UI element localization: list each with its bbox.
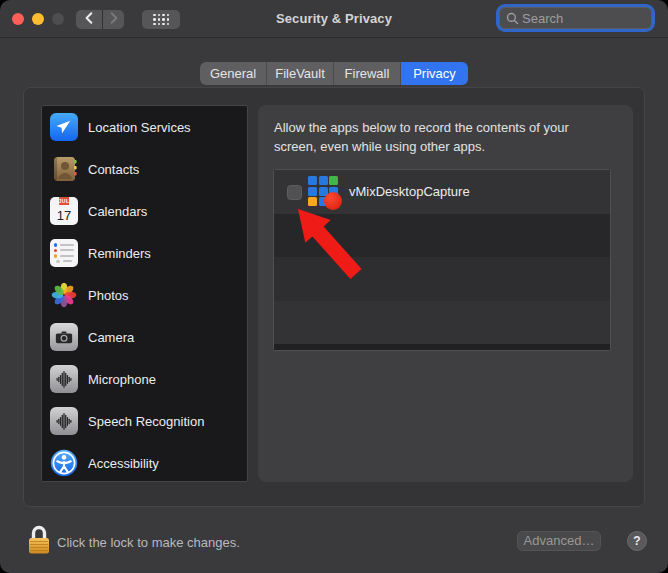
tab-firewall[interactable]: Firewall bbox=[334, 62, 401, 85]
tab-bar: General FileVault Firewall Privacy bbox=[200, 62, 468, 85]
photos-icon bbox=[50, 281, 78, 309]
sidebar-item-label: Calendars bbox=[88, 204, 147, 219]
speech-recognition-icon bbox=[50, 407, 78, 435]
app-name: vMixDesktopCapture bbox=[349, 170, 470, 214]
app-row[interactable]: vMixDesktopCapture bbox=[274, 170, 610, 214]
help-button[interactable]: ? bbox=[627, 531, 647, 551]
sidebar-item-calendars[interactable]: JUL 17 Calendars bbox=[42, 190, 247, 232]
lock-button[interactable] bbox=[26, 522, 52, 558]
sidebar-item-microphone[interactable]: Microphone bbox=[42, 358, 247, 400]
sidebar-item-photos[interactable]: Photos bbox=[42, 274, 247, 316]
calendar-day: 17 bbox=[57, 205, 71, 225]
sidebar-item-contacts[interactable]: Contacts bbox=[42, 148, 247, 190]
sidebar-item-accessibility[interactable]: Accessibility bbox=[42, 442, 247, 482]
search-field[interactable] bbox=[499, 7, 652, 29]
screen-recording-pane: Allow the apps below to record the conte… bbox=[258, 105, 633, 482]
sidebar-item-label: Photos bbox=[88, 288, 128, 303]
pane-description-line1: Allow the apps below to record the conte… bbox=[274, 118, 569, 137]
sidebar-item-camera[interactable]: Camera bbox=[42, 316, 247, 358]
vmix-app-icon bbox=[307, 175, 340, 208]
app-row-empty bbox=[274, 301, 610, 345]
contacts-icon bbox=[50, 155, 78, 183]
tab-privacy[interactable]: Privacy bbox=[401, 62, 468, 85]
sidebar-item-speech-recognition[interactable]: Speech Recognition bbox=[42, 400, 247, 442]
pane-description: Allow the apps below to record the conte… bbox=[274, 118, 569, 156]
security-privacy-window: Security & Privacy General FileVault Fir… bbox=[0, 0, 668, 573]
app-list-remainder bbox=[274, 344, 610, 351]
lock-hint-text: Click the lock to make changes. bbox=[57, 535, 240, 550]
search-input[interactable] bbox=[522, 11, 645, 26]
sidebar-item-label: Camera bbox=[88, 330, 134, 345]
accessibility-icon bbox=[50, 449, 78, 477]
sidebar-item-label: Location Services bbox=[88, 120, 191, 135]
calendar-month: JUL bbox=[59, 197, 70, 205]
privacy-pane: Location Services bbox=[23, 87, 645, 507]
pane-description-line2: screen, even while using other apps. bbox=[274, 137, 569, 156]
tab-general[interactable]: General bbox=[200, 62, 267, 85]
allowed-apps-list: vMixDesktopCapture bbox=[273, 169, 611, 351]
sidebar-item-reminders[interactable]: Reminders bbox=[42, 232, 247, 274]
vmix-app-checkbox[interactable] bbox=[287, 185, 302, 200]
sidebar-item-label: Reminders bbox=[88, 246, 151, 261]
sidebar-item-label: Accessibility bbox=[88, 456, 159, 471]
advanced-button[interactable]: Advanced… bbox=[517, 531, 601, 551]
microphone-icon bbox=[50, 365, 78, 393]
sidebar-item-location-services[interactable]: Location Services bbox=[42, 106, 247, 148]
sidebar-item-label: Contacts bbox=[88, 162, 139, 177]
tab-filevault[interactable]: FileVault bbox=[267, 62, 334, 85]
privacy-category-list: Location Services bbox=[41, 105, 248, 482]
app-row-empty bbox=[274, 257, 610, 301]
app-row-empty bbox=[274, 214, 610, 258]
calendars-icon: JUL 17 bbox=[50, 197, 78, 225]
lock-icon bbox=[26, 546, 52, 561]
location-services-icon bbox=[50, 113, 78, 141]
reminders-icon bbox=[50, 239, 78, 267]
search-icon bbox=[506, 12, 519, 25]
sidebar-item-label: Speech Recognition bbox=[88, 414, 204, 429]
titlebar: Security & Privacy bbox=[0, 0, 668, 38]
camera-icon bbox=[50, 323, 78, 351]
sidebar-item-label: Microphone bbox=[88, 372, 156, 387]
